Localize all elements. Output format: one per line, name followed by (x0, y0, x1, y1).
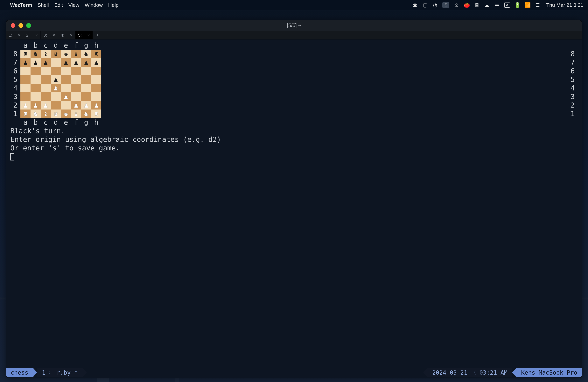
terminal-window: [5/5] ~ 1: ~× 2: ~× 3: ~× 4: ~× 5: ~× + … (6, 20, 582, 378)
board-square: ♛ (51, 109, 61, 118)
board-square (31, 75, 41, 84)
sync-icon[interactable]: ◉ (412, 2, 418, 8)
board-square (41, 75, 51, 84)
tomato-icon[interactable]: 🍅 (464, 2, 470, 8)
board-square: ♟ (51, 75, 61, 84)
chess-piece: ♜ (23, 50, 28, 57)
bed-icon[interactable]: 🛏 (494, 2, 500, 8)
cloud-icon[interactable]: ☁ (484, 2, 490, 8)
board-square: ♟ (21, 58, 31, 67)
board-square (41, 67, 51, 75)
display-icon[interactable]: 🖥 (474, 2, 480, 8)
board-square: ♚ (61, 50, 71, 58)
file-label: g (81, 118, 91, 127)
chess-piece: ♝ (43, 50, 48, 57)
board-square (51, 101, 61, 109)
file-label: h (91, 118, 101, 127)
board-square: ♞ (81, 109, 91, 118)
chess-piece: ♟ (94, 59, 98, 66)
chess-piece: ♟ (64, 93, 68, 100)
chess-piece: ♟ (23, 59, 28, 66)
chess-piece: ♟ (54, 85, 58, 92)
board-square: ♟ (71, 101, 81, 109)
menu-shell[interactable]: Shell (38, 2, 49, 8)
chess-piece: ♟ (74, 59, 78, 66)
status-session: chess (6, 368, 33, 377)
board-square (81, 84, 91, 92)
tablet-icon[interactable]: ▢ (422, 2, 428, 8)
board-square: ♚ (61, 109, 71, 118)
tab-2[interactable]: 2: ~× (23, 31, 41, 39)
input-a-icon[interactable]: A (504, 2, 510, 8)
file-label: g (81, 41, 91, 50)
rank-label: 2 (10, 101, 21, 109)
tab-4[interactable]: 4: ~× (58, 31, 75, 39)
chess-piece: ♜ (23, 110, 28, 117)
cursor-line[interactable] (10, 152, 578, 161)
record-icon[interactable]: ⊙ (454, 2, 460, 8)
terminal-content[interactable]: abcdefgh 87654321 ♜♞♝♛♚♝♞♜♟♟♟♟♟♟♟♟♟♟♟♟♟♟… (6, 40, 582, 366)
window-titlebar[interactable]: [5/5] ~ (6, 20, 582, 31)
board-square (31, 67, 41, 75)
tab-1[interactable]: 1: ~× (6, 31, 23, 39)
new-tab-button[interactable]: + (93, 31, 102, 39)
status-bar: chess 1〉ruby * 2024-03-21〈03:21 AM Kens-… (6, 367, 582, 378)
board-square (71, 84, 81, 92)
board-square (21, 75, 31, 84)
board-square (71, 92, 81, 101)
board-square: ♟ (91, 58, 101, 67)
menu-window[interactable]: Window (85, 2, 103, 8)
board-square (61, 101, 71, 109)
board-square: ♟ (31, 101, 41, 109)
board-square: ♝ (71, 50, 81, 58)
file-label: f (71, 41, 81, 50)
app-name[interactable]: WezTerm (10, 2, 32, 8)
board-square (91, 84, 101, 92)
rank-label: 3 (567, 92, 578, 101)
wifi-icon[interactable]: 📶 (525, 2, 530, 8)
tab-close-icon[interactable]: × (18, 33, 21, 38)
tab-close-icon[interactable]: × (70, 33, 73, 38)
file-label: c (41, 41, 51, 50)
battery-icon[interactable]: 🔋 (514, 2, 520, 8)
menu-help[interactable]: Help (108, 2, 118, 8)
board-square: ♟ (81, 58, 91, 67)
rank-label: 3 (10, 92, 21, 101)
s-app-icon[interactable]: S (442, 2, 449, 8)
file-label: d (51, 118, 61, 127)
tab-close-icon[interactable]: × (35, 33, 38, 38)
chess-piece: ♞ (84, 50, 88, 57)
menu-edit[interactable]: Edit (54, 2, 63, 8)
board-square (21, 67, 31, 75)
timer-icon[interactable]: ◔ (432, 2, 438, 8)
file-label: e (61, 118, 71, 127)
board-square: ♟ (81, 101, 91, 109)
board-square: ♜ (91, 109, 101, 118)
board-square (41, 92, 51, 101)
tab-3[interactable]: 3: ~× (41, 31, 58, 39)
tab-close-icon[interactable]: × (53, 33, 55, 38)
board-square: ♟ (51, 84, 61, 92)
menu-view[interactable]: View (68, 2, 79, 8)
board-square (91, 75, 101, 84)
chess-piece: ♟ (43, 102, 48, 109)
rank-label: 5 (567, 75, 578, 84)
chess-piece: ♟ (84, 59, 88, 66)
board-square: ♛ (51, 50, 61, 58)
tab-5[interactable]: 5: ~× (75, 31, 93, 39)
chess-piece: ♝ (43, 110, 48, 117)
board-square: ♟ (91, 101, 101, 109)
chess-piece: ♟ (54, 76, 58, 83)
board-square (51, 67, 61, 75)
tab-close-icon[interactable]: × (87, 33, 90, 38)
chess-piece: ♝ (74, 50, 78, 57)
board-square (51, 92, 61, 101)
prompt-line: Enter origin using algebraic coordinates… (10, 135, 578, 144)
board-square (91, 92, 101, 101)
control-center-icon[interactable]: ☰ (535, 2, 540, 8)
menubar-clock[interactable]: Thu Mar 21 3:21 (546, 2, 583, 8)
board-square (81, 92, 91, 101)
board-square (71, 67, 81, 75)
chess-piece: ♛ (54, 50, 58, 57)
board-square (61, 67, 71, 75)
